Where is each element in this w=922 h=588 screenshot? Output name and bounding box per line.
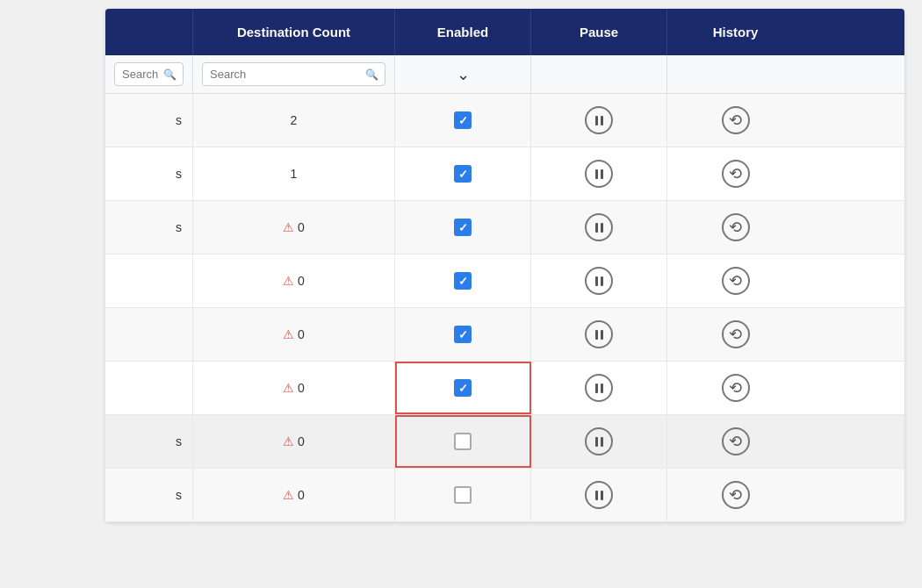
history-button[interactable]: ⟲ [722,106,750,134]
row6-history[interactable]: ⟲ [667,362,803,414]
search-wrap-2: 🔍 [202,62,385,86]
checkbox-checked[interactable] [454,326,472,343]
pause-bar-right [601,276,603,286]
pause-button[interactable] [585,481,613,509]
row8-count: ⚠0 [193,469,395,521]
pause-bar-left [595,437,598,447]
pause-bar-right [601,437,603,447]
checkbox-checked[interactable] [454,111,472,129]
row5-enabled[interactable] [395,308,531,361]
table-header: Destination Count Enabled Pause History [105,9,904,55]
history-button[interactable]: ⟲ [722,374,750,402]
row4-enabled[interactable] [395,255,531,307]
row1-enabled[interactable] [395,94,531,147]
pause-button[interactable] [585,267,613,295]
col4-header: Pause [531,9,667,55]
pause-button[interactable] [585,374,613,402]
col1-header [105,9,193,55]
row8-pause[interactable] [531,469,667,521]
row1-history[interactable]: ⟲ [667,94,803,147]
pause-bar-left [595,330,598,340]
pause-bar-left [595,491,598,500]
pause-button[interactable] [585,213,613,241]
row3-count: ⚠0 [193,201,395,254]
pause-bar-left [595,116,598,125]
pause-button[interactable] [585,427,613,455]
history-button[interactable]: ⟲ [722,160,750,188]
checkbox-checked[interactable] [454,219,472,236]
pause-bar-right [601,223,603,233]
row6-count: ⚠0 [193,362,395,414]
warning-icon: ⚠ [283,327,294,341]
row1-name: s [105,94,193,147]
row2-pause[interactable] [531,147,667,200]
row8-history[interactable]: ⟲ [667,469,803,521]
row5-pause[interactable] [531,308,667,361]
table-row: s ⚠0 ⟲ [105,415,904,469]
warning-icon: ⚠ [283,488,294,502]
row7-enabled[interactable] [395,415,531,468]
search-input-1[interactable] [114,62,184,86]
row4-name [105,255,193,307]
pause-bar-left [595,276,598,286]
pause-icon [595,437,603,447]
row4-history[interactable]: ⟲ [667,255,803,307]
search-input-2[interactable] [202,62,385,86]
search-wrap-1: 🔍 [114,62,184,86]
checkbox-unchecked[interactable] [454,486,472,504]
pause-icon [595,491,603,500]
pause-icon [595,169,603,179]
warning-icon: ⚠ [283,381,294,395]
row5-history[interactable]: ⟲ [667,308,803,361]
filter-cell-5 [667,55,803,93]
col2-header: Destination Count [193,9,395,55]
checkbox-checked[interactable] [454,379,472,397]
warning-icon: ⚠ [283,274,294,288]
warning-icon: ⚠ [283,220,294,234]
history-button[interactable]: ⟲ [722,427,750,455]
col3-header: Enabled [395,9,531,55]
row7-pause[interactable] [531,415,667,468]
col5-header: History [667,9,803,55]
filter-cell-1: 🔍 [105,55,193,93]
row6-enabled[interactable] [395,362,531,414]
table-row: s 1 ⟲ [105,147,904,201]
row6-pause[interactable] [531,362,667,414]
row1-pause[interactable] [531,94,667,147]
table-container: Destination Count Enabled Pause History … [105,9,904,522]
pause-bar-right [601,491,603,500]
pause-bar-right [601,384,603,393]
pause-icon [595,276,603,286]
row7-history[interactable]: ⟲ [667,415,803,468]
enabled-dropdown-chevron[interactable]: ⌄ [457,65,470,84]
row2-history[interactable]: ⟲ [667,147,803,200]
row5-name [105,308,193,361]
row3-pause[interactable] [531,201,667,254]
row5-count: ⚠0 [193,308,395,361]
pause-bar-left [595,223,598,233]
pause-button[interactable] [585,160,613,188]
table-row: ⚠0 ⟲ [105,308,904,362]
row2-count: 1 [193,147,395,200]
pause-button[interactable] [585,106,613,134]
table-row: s 2 ⟲ [105,94,904,147]
pause-icon [595,384,603,393]
row3-history[interactable]: ⟲ [667,201,803,254]
checkbox-checked[interactable] [454,272,472,290]
history-button[interactable]: ⟲ [722,213,750,241]
row4-pause[interactable] [531,255,667,307]
row4-count: ⚠0 [193,255,395,307]
history-button[interactable]: ⟲ [722,481,750,509]
row3-enabled[interactable] [395,201,531,254]
row8-enabled[interactable] [395,469,531,521]
row2-enabled[interactable] [395,147,531,200]
row7-count: ⚠0 [193,415,395,468]
pause-button[interactable] [585,320,613,348]
pause-icon [595,223,603,233]
checkbox-unchecked[interactable] [454,433,472,450]
history-button[interactable]: ⟲ [722,320,750,348]
checkbox-checked[interactable] [454,165,472,183]
filter-cell-3[interactable]: ⌄ [395,55,531,93]
pause-bar-right [601,330,603,340]
history-button[interactable]: ⟲ [722,267,750,295]
